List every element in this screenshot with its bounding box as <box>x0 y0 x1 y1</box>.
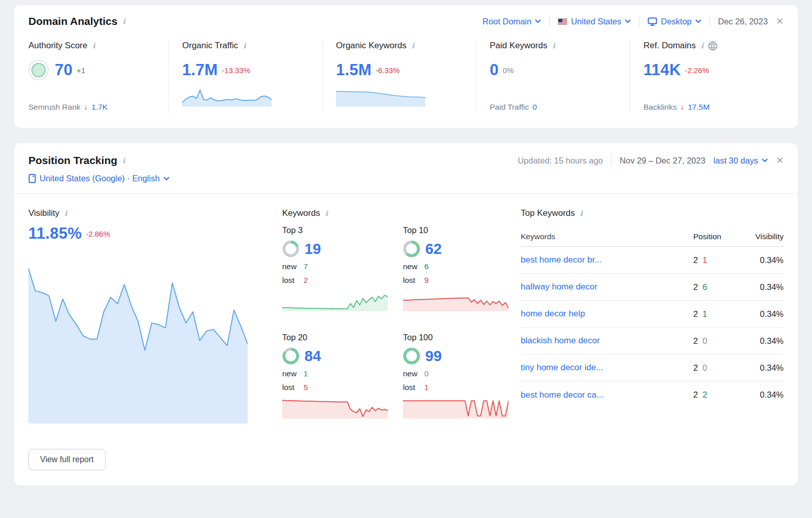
visibility-delta: -2.86% <box>86 230 110 238</box>
top-10-donut <box>403 240 420 257</box>
metric-organic-traffic: Organic Traffic i 1.7M -13.33% <box>168 41 322 113</box>
info-icon[interactable]: i <box>552 42 555 50</box>
top-3-donut <box>282 240 299 257</box>
keyword-bucket-top-3: Top 3 19 new7 lost2 <box>282 225 388 311</box>
divider <box>611 155 612 166</box>
position-value: 2 <box>693 336 698 346</box>
keyword-link[interactable]: best home decor br... <box>521 255 602 265</box>
locale-dropdown[interactable]: United States (Google) · English <box>28 174 170 183</box>
semrush-rank-value[interactable]: 1.7K <box>91 103 108 112</box>
chevron-down-icon <box>695 19 701 23</box>
keyword-bucket-top-100: Top 100 99 new0 lost1 <box>403 333 509 418</box>
ref-domains-label: Ref. Domains <box>644 41 696 51</box>
top-3-sparkline <box>282 290 388 311</box>
device-dropdown[interactable]: Desktop <box>648 17 701 26</box>
date-selector[interactable]: Dec 26, 2023 <box>718 17 768 26</box>
range-selector-label: last 30 days <box>714 156 758 166</box>
keyword-link[interactable]: tiny home decor ide... <box>521 363 603 372</box>
domain-analytics-panel: Domain Analytics i Root Domain United St… <box>14 5 798 128</box>
mobile-phone-icon <box>28 174 36 183</box>
new-label: new <box>282 369 303 378</box>
globe-icon[interactable] <box>708 41 718 51</box>
lost-label: lost <box>282 276 303 285</box>
bucket-value: 99 <box>425 348 442 365</box>
us-flag-icon <box>558 18 567 25</box>
authority-score-gauge <box>28 60 49 80</box>
column-header-keywords: Keywords <box>521 232 693 241</box>
country-dropdown[interactable]: United States <box>558 17 631 26</box>
root-domain-label: Root Domain <box>483 17 531 26</box>
organic-keywords-label: Organic Keywords <box>336 41 407 51</box>
info-icon[interactable]: i <box>64 209 67 217</box>
lost-label: lost <box>282 383 303 392</box>
keyword-bucket-top-20: Top 20 84 new1 lost5 <box>282 333 388 418</box>
info-icon[interactable]: i <box>243 42 246 50</box>
keyword-bucket-top-10: Top 10 62 new6 lost9 <box>403 225 509 311</box>
domain-analytics-title: Domain Analytics <box>28 15 117 27</box>
info-icon[interactable]: i <box>701 42 703 50</box>
new-value: 7 <box>303 262 308 271</box>
paid-traffic-value[interactable]: 0 <box>532 103 537 112</box>
arrow-down-icon: ↓ <box>84 103 88 112</box>
keyword-link[interactable]: home decor help <box>521 309 585 318</box>
visibility-section: Visibility i 11.85% -2.86% View full rep… <box>28 208 282 470</box>
bucket-value: 19 <box>304 241 321 257</box>
metric-paid-keywords: Paid Keywords i 0 0% Paid Traffic 0 <box>476 41 630 113</box>
position-diff: 1 <box>702 255 707 265</box>
paid-keywords-label: Paid Keywords <box>490 41 547 51</box>
info-icon[interactable]: i <box>92 42 95 50</box>
bucket-label: Top 10 <box>403 225 509 235</box>
backlinks-value[interactable]: 17.5M <box>688 103 709 112</box>
semrush-rank-label: Semrush Rank <box>28 103 81 112</box>
ref-domains-value: 114K <box>644 61 681 79</box>
date-range: Nov 29 – Dec 27, 2023 <box>620 156 705 166</box>
position-diff: 6 <box>702 282 707 292</box>
info-icon[interactable]: i <box>122 17 125 25</box>
bucket-value: 62 <box>425 241 442 257</box>
visibility-value: 11.85% <box>28 224 82 243</box>
top-100-sparkline <box>403 397 509 418</box>
visibility-chart <box>28 261 248 424</box>
locale-label: United States (Google) · English <box>40 174 160 183</box>
position-value: 2 <box>693 282 698 292</box>
metric-organic-keywords: Organic Keywords i 1.5M -6.33% <box>322 41 476 113</box>
table-header: Keywords Position Visibility <box>521 226 784 247</box>
paid-keywords-value: 0 <box>490 61 499 79</box>
top-keywords-label: Top Keywords <box>521 208 575 218</box>
position-diff: 1 <box>702 309 707 319</box>
view-full-report-button[interactable]: View full report <box>28 449 106 470</box>
close-icon[interactable]: ✕ <box>776 156 784 165</box>
paid-keywords-delta: 0% <box>503 66 514 75</box>
organic-keywords-sparkline <box>336 87 425 107</box>
position-value: 2 <box>693 309 698 319</box>
info-icon[interactable]: i <box>325 209 328 217</box>
lost-value: 2 <box>303 276 308 285</box>
range-selector-dropdown[interactable]: last 30 days <box>714 156 768 166</box>
divider <box>549 16 550 26</box>
authority-score-value: 70 <box>55 61 73 79</box>
keyword-link[interactable]: hallway home decor <box>521 282 597 292</box>
position-value: 2 <box>693 390 698 400</box>
keyword-link[interactable]: best home decor ca... <box>521 390 603 400</box>
keywords-label: Keywords <box>282 208 320 218</box>
table-row: hallway home decor 26 0.34% <box>521 274 784 301</box>
new-label: new <box>282 262 303 271</box>
top-keywords-section: Top Keywords i Keywords Position Visibil… <box>521 208 784 470</box>
paid-traffic-label: Paid Traffic <box>490 103 529 112</box>
keywords-section: Keywords i Top 3 19 new7 lost2 <box>282 208 521 470</box>
info-icon[interactable]: i <box>412 42 414 50</box>
top-keywords-table: Keywords Position Visibility best home d… <box>521 226 784 408</box>
lost-label: lost <box>403 383 424 392</box>
root-domain-dropdown[interactable]: Root Domain <box>483 17 541 26</box>
chevron-down-icon <box>535 19 541 23</box>
organic-traffic-delta: -13.33% <box>222 66 250 75</box>
info-icon[interactable]: i <box>580 209 583 217</box>
lost-value: 9 <box>424 276 429 285</box>
new-label: new <box>403 262 424 271</box>
position-diff: 2 <box>702 390 707 400</box>
keyword-link[interactable]: blackish home decor <box>521 336 600 345</box>
backlinks-label: Backlinks <box>644 103 676 112</box>
close-icon[interactable]: ✕ <box>776 17 784 26</box>
divider <box>639 16 639 26</box>
info-icon[interactable]: i <box>122 156 125 165</box>
